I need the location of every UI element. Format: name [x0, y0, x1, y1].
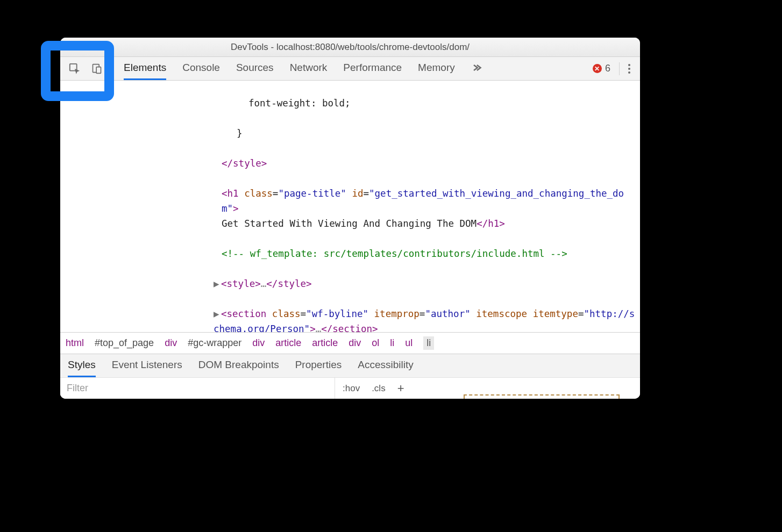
styles-tabbar: Styles Event Listeners DOM Breakpoints P… [60, 354, 640, 377]
devtools-window: DevTools - localhost:8080/web/tools/chro… [60, 38, 640, 399]
minimize-window-button[interactable] [80, 43, 87, 51]
dom-line[interactable]: <!-- wf_template: src/templates/contribu… [168, 246, 640, 261]
breadcrumb-item[interactable]: li [390, 337, 394, 349]
tab-performance[interactable]: Performance [343, 57, 402, 80]
breadcrumb-item[interactable]: div [252, 337, 265, 349]
breadcrumb-item[interactable]: #gc-wrapper [188, 337, 241, 349]
tab-memory[interactable]: Memory [418, 57, 455, 80]
dom-line[interactable]: <h1 class="page-title" id="get_started_w… [168, 186, 640, 231]
zoom-window-button[interactable] [91, 43, 99, 51]
error-count-badge[interactable]: ✕ 6 [593, 63, 610, 74]
box-model-area [412, 378, 641, 399]
tab-network[interactable]: Network [290, 57, 328, 80]
hov-toggle[interactable]: :hov [343, 383, 360, 394]
breadcrumb-item[interactable]: ol [372, 337, 379, 349]
styles-filter-input[interactable] [60, 378, 335, 399]
tab-dom-breakpoints[interactable]: DOM Breakpoints [198, 354, 279, 377]
svg-rect-2 [96, 67, 101, 73]
window-title: DevTools - localhost:8080/web/tools/chro… [231, 42, 470, 53]
main-toolbar: Elements Console Sources Network Perform… [60, 57, 640, 81]
dom-line[interactable]: </style> [168, 156, 640, 171]
tab-elements[interactable]: Elements [124, 57, 166, 80]
tab-accessibility[interactable]: Accessibility [358, 354, 413, 377]
tab-console[interactable]: Console [182, 57, 220, 80]
dom-line[interactable]: ▶<style>…</style> [168, 276, 640, 291]
breadcrumb-item[interactable]: article [312, 337, 338, 349]
tab-sources[interactable]: Sources [236, 57, 274, 80]
error-icon: ✕ [593, 64, 602, 73]
titlebar: DevTools - localhost:8080/web/tools/chro… [60, 38, 640, 57]
elements-panel[interactable]: font-weight: bold; } </style> <h1 class=… [60, 81, 640, 332]
breadcrumb-item[interactable]: div [165, 337, 177, 349]
new-style-rule-icon[interactable]: + [397, 382, 404, 396]
breadcrumb-item[interactable]: ul [405, 337, 413, 349]
breadcrumb-item[interactable]: html [66, 337, 84, 349]
panel-tabs: Elements Console Sources Network Perform… [112, 57, 593, 80]
breadcrumb-item[interactable]: article [275, 337, 301, 349]
more-tabs-icon[interactable] [471, 62, 482, 75]
window-controls [68, 43, 99, 51]
breadcrumb-item[interactable]: #top_of_page [95, 337, 154, 349]
tab-properties[interactable]: Properties [295, 354, 342, 377]
error-count: 6 [605, 63, 610, 74]
tab-event-listeners[interactable]: Event Listeners [112, 354, 182, 377]
breadcrumb-item[interactable]: div [349, 337, 361, 349]
device-toolbar-icon[interactable] [89, 61, 105, 77]
dom-line[interactable]: ▶<section class="wf-byline" itemprop="au… [168, 306, 640, 332]
margin-box-outline [464, 394, 620, 399]
settings-menu-icon[interactable] [628, 64, 630, 74]
dom-line[interactable]: } [168, 126, 640, 141]
cls-toggle[interactable]: .cls [372, 383, 386, 394]
close-window-button[interactable] [68, 43, 75, 51]
breadcrumb: html #top_of_page div #gc-wrapper div ar… [60, 332, 640, 354]
inspect-element-icon[interactable] [67, 61, 83, 77]
styles-filter-row: :hov .cls + [60, 377, 640, 399]
breadcrumb-item-current[interactable]: li [423, 336, 434, 350]
separator [619, 62, 620, 75]
tab-styles[interactable]: Styles [68, 354, 96, 377]
dom-line[interactable]: font-weight: bold; [168, 96, 640, 111]
